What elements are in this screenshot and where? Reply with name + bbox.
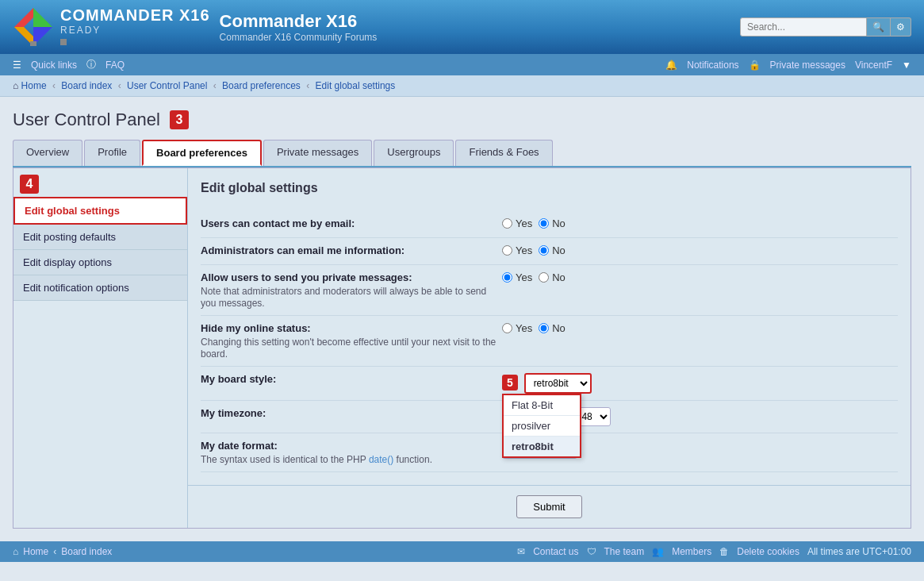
footer-delete-cookies[interactable]: Delete cookies <box>737 546 799 557</box>
header-right: 🔍 ⚙ <box>740 17 911 37</box>
footer-home[interactable]: Home <box>23 546 48 557</box>
hide-online-no-radio[interactable] <box>539 323 549 333</box>
page-title: User Control Panel <box>13 110 160 130</box>
admin-email-label: Administrators can email me information: <box>201 244 502 258</box>
board-style-label: My board style: <box>201 373 502 387</box>
tab-board-preferences[interactable]: Board preferences <box>142 140 262 166</box>
allow-pm-yes[interactable]: Yes <box>502 271 532 283</box>
content-wrapper: Edit global settings Users can contact m… <box>188 168 911 528</box>
username-link[interactable]: VincentF <box>855 60 892 71</box>
notifications-link[interactable]: Notifications <box>687 60 738 71</box>
footer-board-index[interactable]: Board index <box>61 546 112 557</box>
admin-email-control: Yes No <box>502 244 898 256</box>
footer-members[interactable]: Members <box>672 546 711 557</box>
footer-the-team[interactable]: The team <box>604 546 645 557</box>
private-messages-link[interactable]: Private messages <box>770 60 845 71</box>
navbar: ☰ Quick links ⓘ FAQ 🔔 Notifications 🔒 Pr… <box>0 54 924 75</box>
step5-badge: 5 <box>502 375 518 391</box>
footer-contact-us[interactable]: Contact us <box>533 546 578 557</box>
bell-icon: 🔔 <box>665 60 677 71</box>
form-row-contact-email: Users can contact me by email: Yes No <box>201 211 898 238</box>
dropdown-arrow-icon: ▼ <box>902 60 911 71</box>
allow-pm-label: Allow users to send you private messages… <box>201 271 502 309</box>
tab-friends-foes[interactable]: Friends & Foes <box>455 140 552 166</box>
quick-links[interactable]: Quick links <box>31 60 77 71</box>
footer-left: ⌂ Home ‹ Board index <box>13 546 112 557</box>
contact-email-yes-radio[interactable] <box>502 218 512 229</box>
breadcrumb-board-index[interactable]: Board index <box>61 80 112 91</box>
breadcrumb-ucp[interactable]: User Control Panel <box>127 80 207 91</box>
admin-email-radio-group: Yes No <box>502 244 566 256</box>
php-date-link[interactable]: date() <box>369 454 393 465</box>
step4-badge: 4 <box>20 175 39 194</box>
sidebar-item-edit-display[interactable]: Edit display options <box>13 250 187 275</box>
main-panel: 4 Edit global settings Edit posting defa… <box>13 167 911 529</box>
admin-email-no[interactable]: No <box>539 244 566 256</box>
sidebar-item-edit-notification[interactable]: Edit notification options <box>13 275 187 301</box>
logo-icon <box>13 6 54 48</box>
logo-text: COMMANDER X16 READY <box>60 6 210 48</box>
allow-pm-no-radio[interactable] <box>539 272 549 283</box>
breadcrumb-board-preferences[interactable]: Board preferences <box>222 80 301 91</box>
contact-email-yes[interactable]: Yes <box>502 217 532 229</box>
board-style-select[interactable]: Flat 8-Bit prosilver retro8bit <box>524 373 592 394</box>
site-subtitle: Commander X16 Community Forums <box>220 32 378 43</box>
tab-overview[interactable]: Overview <box>13 140 82 166</box>
search-button[interactable]: 🔍 <box>867 17 891 37</box>
hide-online-yes-radio[interactable] <box>502 323 512 333</box>
search-input[interactable] <box>740 17 867 37</box>
board-style-dropdown-popup: Flat 8-Bit prosilver retro8bit <box>502 394 581 458</box>
hamburger-icon: ☰ <box>13 60 21 71</box>
form-row-allow-pm: Allow users to send you private messages… <box>201 265 898 316</box>
contact-email-radio-group: Yes No <box>502 217 566 229</box>
sidebar-item-edit-global[interactable]: Edit global settings <box>13 197 187 225</box>
svg-rect-4 <box>30 41 36 46</box>
form-row-hide-online: Hide my online status: Changing this set… <box>201 316 898 367</box>
footer-home-icon: ⌂ <box>13 546 18 557</box>
allow-pm-no[interactable]: No <box>539 271 566 283</box>
allow-pm-radio-group: Yes No <box>502 271 566 283</box>
form-row-admin-email: Administrators can email me information:… <box>201 238 898 265</box>
faq-link[interactable]: FAQ <box>105 60 125 71</box>
site-header: COMMANDER X16 READY Commander X16 Comman… <box>0 0 924 54</box>
timezone-label: My timezone: <box>201 407 502 421</box>
logo-area: COMMANDER X16 READY <box>13 6 210 48</box>
breadcrumb: ⌂ Home ‹ Board index ‹ User Control Pane… <box>0 75 924 97</box>
admin-email-yes-radio[interactable] <box>502 245 512 256</box>
breadcrumb-home[interactable]: Home <box>21 80 47 91</box>
hide-online-radio-group: Yes No <box>502 322 566 334</box>
admin-email-yes[interactable]: Yes <box>502 244 532 256</box>
date-format-label: My date format: The syntax used is ident… <box>201 440 502 465</box>
dropdown-item-prosilver[interactable]: prosilver <box>504 416 580 437</box>
hide-online-no[interactable]: No <box>539 322 566 334</box>
tab-profile[interactable]: Profile <box>84 140 140 166</box>
footer-timezone: All times are UTC+01:00 <box>807 546 911 557</box>
sidebar: 4 Edit global settings Edit posting defa… <box>13 168 188 528</box>
submit-button[interactable]: Submit <box>516 495 581 518</box>
sidebar-item-edit-posting[interactable]: Edit posting defaults <box>13 225 187 250</box>
admin-email-no-radio[interactable] <box>539 245 549 256</box>
contact-email-no-radio[interactable] <box>539 218 549 229</box>
members-footer-icon: 👥 <box>652 546 664 557</box>
allow-pm-yes-radio[interactable] <box>502 272 512 283</box>
search-box: 🔍 ⚙ <box>740 17 911 37</box>
section-title: Edit global settings <box>201 181 898 198</box>
tab-private-messages[interactable]: Private messages <box>263 140 372 166</box>
site-footer: ⌂ Home ‹ Board index ✉ Contact us 🛡 The … <box>0 541 924 562</box>
board-style-container: 5 Flat 8-Bit prosilver retro8bit Flat 8-… <box>502 373 592 394</box>
cursor-square <box>60 39 67 45</box>
hide-online-yes[interactable]: Yes <box>502 322 532 334</box>
contact-email-no[interactable]: No <box>539 217 566 229</box>
dropdown-item-retro8bit[interactable]: retro8bit <box>504 437 580 456</box>
dropdown-item-flat8bit[interactable]: Flat 8-Bit <box>504 395 580 416</box>
tab-bar: Overview Profile Board preferences Priva… <box>13 140 911 167</box>
navbar-right: 🔔 Notifications 🔒 Private messages Vince… <box>665 60 911 71</box>
breadcrumb-edit-global[interactable]: Edit global settings <box>316 80 396 91</box>
main-content: User Control Panel 3 Overview Profile Bo… <box>0 97 924 541</box>
allow-pm-control: Yes No <box>502 271 898 283</box>
search-settings-button[interactable]: ⚙ <box>891 17 911 37</box>
faq-icon: ⓘ <box>86 58 96 71</box>
shield-footer-icon: 🛡 <box>587 546 596 557</box>
home-icon: ⌂ <box>13 80 18 91</box>
tab-usergroups[interactable]: Usergroups <box>374 140 454 166</box>
